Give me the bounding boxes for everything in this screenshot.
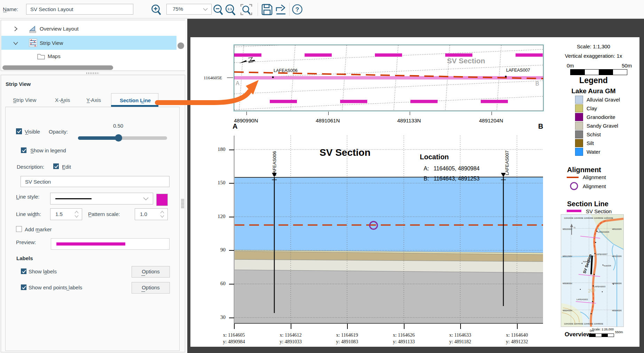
- layout-tree-panel: Overview Layout Strip View Maps: [1, 20, 185, 71]
- visible-checkbox[interactable]: [16, 128, 22, 134]
- tree-hscroll-thumb[interactable]: [2, 65, 113, 70]
- tab-strip-view[interactable]: Strip View: [13, 97, 36, 103]
- svg-text:4891600N: 4891600N: [563, 228, 572, 230]
- zoom-level-select[interactable]: 75%: [166, 4, 212, 15]
- legend-item-label: Silt: [587, 140, 594, 146]
- opacity-slider-thumb[interactable]: [115, 134, 122, 142]
- legend-item-label: Schist: [587, 131, 601, 137]
- legend-item-label: Clay: [587, 105, 597, 111]
- legend-swatch: [575, 130, 583, 138]
- section-plot: [234, 136, 543, 324]
- y-tick-3: [229, 217, 234, 217]
- toolbar-separator-2: [289, 3, 290, 16]
- svg-text:LAFEAS007: LAFEAS007: [596, 253, 608, 255]
- tree-vscroll-thumb[interactable]: [178, 42, 184, 49]
- line-style-select[interactable]: [50, 193, 153, 204]
- callout-arrow: [153, 78, 265, 117]
- y-tick-2: [229, 183, 234, 184]
- preview-box: [51, 238, 170, 250]
- show-end-points-mnemonic: [66, 290, 69, 290]
- opacity-slider[interactable]: [78, 136, 167, 140]
- scalebar-right-label: 50m: [622, 63, 632, 69]
- edit-checkbox[interactable]: [53, 163, 59, 169]
- zoom-level-value: 75%: [173, 6, 183, 12]
- show-labels-checkbox[interactable]: [21, 268, 26, 274]
- labels-heading: Labels: [16, 255, 33, 261]
- overview-map: 1164200E 1164400E 1164600E 1164800E 1165…: [561, 214, 624, 327]
- zoom-out-icon[interactable]: [212, 3, 225, 16]
- help-icon[interactable]: ?: [292, 4, 303, 15]
- tree-hscrollbar[interactable]: [1, 65, 185, 71]
- name-mnemonic: [3, 12, 7, 12]
- x-tick-6: [517, 324, 518, 329]
- tab-strip-view-mnemonic: [13, 103, 16, 103]
- svg-text:N: N: [574, 226, 575, 229]
- spinner-arrows-icon[interactable]: [74, 210, 79, 218]
- add-marker-checkbox[interactable]: [16, 226, 22, 232]
- edit-mnemonic: [62, 169, 65, 170]
- panel-vscroll-piece[interactable]: [181, 199, 184, 209]
- hole-b-rotated-label: LAFEAS007: [504, 150, 510, 175]
- alignment-circle-label: Alignment: [583, 183, 606, 189]
- opacity-label: Opacity:: [49, 129, 68, 135]
- tab-y-axis[interactable]: Y-Axis: [86, 97, 101, 103]
- save-icon[interactable]: [260, 3, 274, 16]
- y-tick-4: [229, 250, 234, 251]
- layout-name-input[interactable]: [26, 4, 133, 15]
- section-line-heading: Section Line: [567, 200, 608, 208]
- section-title: SV Section: [320, 147, 370, 158]
- x-label-5: x: 1164633y: 4891182: [446, 332, 474, 345]
- overview-scalebar: [589, 334, 614, 337]
- show-in-legend-checkbox[interactable]: [21, 147, 26, 153]
- export-icon[interactable]: [275, 3, 288, 16]
- overview-scale-text: Scale: 1:26,000: [592, 328, 614, 331]
- svg-text:4890800N: 4890800N: [612, 282, 622, 284]
- name-label: Name:: [3, 6, 18, 12]
- map-n-tick-3: [410, 112, 410, 115]
- tree-row-overview-layout[interactable]: Overview Layout: [1, 22, 176, 36]
- x-tick-4: [404, 324, 405, 329]
- zoom-in-icon[interactable]: [150, 3, 162, 16]
- map-strip: LAFEAS006 LAFEAS007 SV Section A B: [233, 44, 544, 112]
- alignment-circle-swatch: [570, 182, 579, 191]
- y-label-6: 30: [220, 314, 226, 320]
- x-tick-1: [234, 324, 235, 329]
- y-tick-5: [229, 284, 234, 284]
- overview-layout-icon: [29, 25, 37, 33]
- map-strip-plot: [234, 45, 543, 111]
- legend-swatch: [575, 122, 583, 130]
- show-labels-options-button[interactable]: Options: [132, 266, 170, 278]
- y-label-2: 150: [218, 180, 226, 186]
- map-end-b: B: [538, 122, 543, 130]
- add-marker-label: Add marker: [25, 226, 52, 232]
- tree-label-maps: Maps: [48, 53, 61, 59]
- svg-text:LAFEAS006: LAFEAS006: [598, 231, 610, 233]
- map-strip-title: SV Section: [447, 57, 485, 65]
- line-width-spinner[interactable]: 1.5: [50, 208, 82, 220]
- svg-text:1164200E 1164400E 1164600E: 1164200E 1164400E 1164600E 1164800E 1165…: [564, 217, 613, 219]
- description-input[interactable]: [21, 176, 170, 187]
- map-n-label-3: 4891133N: [397, 118, 421, 123]
- panel-splitter[interactable]: [1, 72, 185, 74]
- tab-x-axis[interactable]: X-Axis: [55, 97, 70, 103]
- zoom-one-to-one-icon[interactable]: 1:1: [224, 3, 237, 16]
- spinner-arrows-icon[interactable]: [160, 210, 165, 218]
- legend-swatch: [575, 139, 583, 147]
- zoom-fit-icon[interactable]: [239, 3, 254, 16]
- chevron-right-icon[interactable]: [13, 26, 18, 32]
- line-color-swatch[interactable]: [156, 194, 168, 206]
- show-end-points-options-button[interactable]: Options: [132, 282, 170, 294]
- preview-label: Preview:: [16, 239, 36, 245]
- map-corner-b: B: [535, 81, 539, 87]
- legend-group-title: Lake Aura GM: [547, 87, 641, 95]
- pattern-scale-spinner[interactable]: 1.0: [135, 208, 168, 220]
- map-n-tick-2: [328, 112, 329, 115]
- show-labels-label: Show labels: [29, 268, 57, 274]
- show-end-points-checkbox[interactable]: [21, 284, 26, 290]
- tree-row-maps[interactable]: Maps: [1, 50, 176, 63]
- opacity-slider-fill: [78, 136, 118, 140]
- tree-vscrollbar[interactable]: [176, 20, 185, 65]
- show-labels-mnemonic: [44, 274, 47, 274]
- chevron-down-icon[interactable]: [13, 40, 18, 46]
- tree-row-strip-view[interactable]: Strip View: [1, 36, 176, 50]
